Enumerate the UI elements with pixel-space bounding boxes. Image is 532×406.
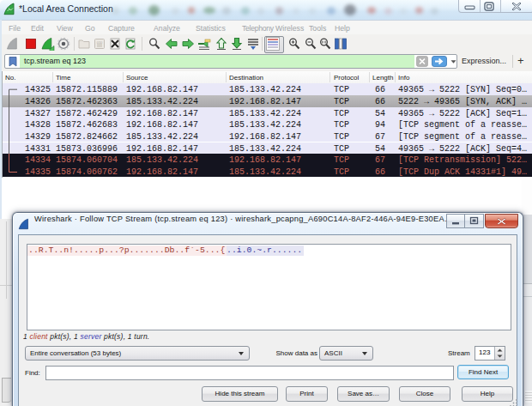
svg-text:010: 010 — [97, 40, 103, 45]
